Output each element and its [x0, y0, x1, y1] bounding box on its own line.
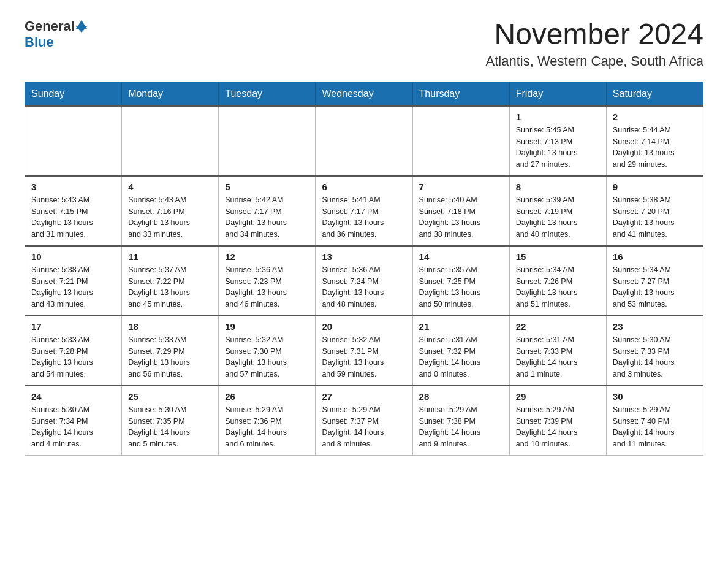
table-row: [25, 106, 122, 176]
day-number: 25: [128, 391, 212, 402]
table-row: 13Sunrise: 5:36 AM Sunset: 7:24 PM Dayli…: [316, 246, 412, 316]
logo-general-text: General: [25, 18, 75, 34]
day-number: 23: [613, 321, 697, 332]
page-header: General Blue November 2024 Atlantis, Wes…: [25, 18, 703, 69]
day-number: 13: [322, 251, 406, 262]
day-number: 29: [516, 391, 600, 402]
day-info: Sunrise: 5:40 AM Sunset: 7:18 PM Dayligh…: [419, 194, 503, 240]
table-row: 21Sunrise: 5:31 AM Sunset: 7:32 PM Dayli…: [412, 316, 509, 386]
header-wednesday: Wednesday: [316, 82, 412, 106]
day-number: 1: [516, 112, 600, 122]
day-number: 28: [419, 391, 503, 402]
week-row-1: 1Sunrise: 5:45 AM Sunset: 7:13 PM Daylig…: [25, 106, 703, 176]
table-row: 1Sunrise: 5:45 AM Sunset: 7:13 PM Daylig…: [509, 106, 606, 176]
day-info: Sunrise: 5:34 AM Sunset: 7:27 PM Dayligh…: [613, 264, 697, 310]
day-number: 27: [322, 391, 406, 402]
day-info: Sunrise: 5:38 AM Sunset: 7:21 PM Dayligh…: [31, 264, 115, 310]
day-info: Sunrise: 5:41 AM Sunset: 7:17 PM Dayligh…: [322, 194, 406, 240]
table-row: 4Sunrise: 5:43 AM Sunset: 7:16 PM Daylig…: [122, 176, 219, 246]
logo: General Blue: [25, 18, 87, 50]
day-number: 2: [613, 112, 697, 122]
table-row: 16Sunrise: 5:34 AM Sunset: 7:27 PM Dayli…: [606, 246, 703, 316]
day-info: Sunrise: 5:30 AM Sunset: 7:33 PM Dayligh…: [613, 334, 697, 380]
day-number: 3: [31, 182, 115, 192]
header-friday: Friday: [509, 82, 606, 106]
day-info: Sunrise: 5:38 AM Sunset: 7:20 PM Dayligh…: [613, 194, 697, 240]
table-row: 27Sunrise: 5:29 AM Sunset: 7:37 PM Dayli…: [316, 386, 412, 456]
day-number: 22: [516, 321, 600, 332]
day-number: 19: [225, 321, 309, 332]
table-row: 29Sunrise: 5:29 AM Sunset: 7:39 PM Dayli…: [509, 386, 606, 456]
header-tuesday: Tuesday: [219, 82, 316, 106]
day-info: Sunrise: 5:45 AM Sunset: 7:13 PM Dayligh…: [516, 124, 600, 170]
table-row: 20Sunrise: 5:32 AM Sunset: 7:31 PM Dayli…: [316, 316, 412, 386]
day-number: 6: [322, 182, 406, 192]
table-row: 2Sunrise: 5:44 AM Sunset: 7:14 PM Daylig…: [606, 106, 703, 176]
table-row: 26Sunrise: 5:29 AM Sunset: 7:36 PM Dayli…: [219, 386, 316, 456]
day-number: 8: [516, 182, 600, 192]
table-row: 12Sunrise: 5:36 AM Sunset: 7:23 PM Dayli…: [219, 246, 316, 316]
day-info: Sunrise: 5:31 AM Sunset: 7:32 PM Dayligh…: [419, 334, 503, 380]
table-row: 8Sunrise: 5:39 AM Sunset: 7:19 PM Daylig…: [509, 176, 606, 246]
day-info: Sunrise: 5:32 AM Sunset: 7:31 PM Dayligh…: [322, 334, 406, 380]
table-row: 15Sunrise: 5:34 AM Sunset: 7:26 PM Dayli…: [509, 246, 606, 316]
day-number: 15: [516, 251, 600, 262]
month-year-title: November 2024: [486, 18, 703, 51]
day-info: Sunrise: 5:43 AM Sunset: 7:16 PM Dayligh…: [128, 194, 212, 240]
day-info: Sunrise: 5:30 AM Sunset: 7:34 PM Dayligh…: [31, 404, 115, 450]
title-block: November 2024 Atlantis, Western Cape, So…: [486, 18, 703, 69]
day-info: Sunrise: 5:43 AM Sunset: 7:15 PM Dayligh…: [31, 194, 115, 240]
table-row: 10Sunrise: 5:38 AM Sunset: 7:21 PM Dayli…: [25, 246, 122, 316]
day-info: Sunrise: 5:33 AM Sunset: 7:29 PM Dayligh…: [128, 334, 212, 380]
day-info: Sunrise: 5:29 AM Sunset: 7:39 PM Dayligh…: [516, 404, 600, 450]
table-row: 23Sunrise: 5:30 AM Sunset: 7:33 PM Dayli…: [606, 316, 703, 386]
table-row: 30Sunrise: 5:29 AM Sunset: 7:40 PM Dayli…: [606, 386, 703, 456]
day-number: 4: [128, 182, 212, 192]
day-info: Sunrise: 5:29 AM Sunset: 7:37 PM Dayligh…: [322, 404, 406, 450]
table-row: 3Sunrise: 5:43 AM Sunset: 7:15 PM Daylig…: [25, 176, 122, 246]
day-info: Sunrise: 5:34 AM Sunset: 7:26 PM Dayligh…: [516, 264, 600, 310]
header-saturday: Saturday: [606, 82, 703, 106]
day-info: Sunrise: 5:29 AM Sunset: 7:38 PM Dayligh…: [419, 404, 503, 450]
logo-blue-text: Blue: [25, 34, 54, 50]
table-row: 28Sunrise: 5:29 AM Sunset: 7:38 PM Dayli…: [412, 386, 509, 456]
day-info: Sunrise: 5:33 AM Sunset: 7:28 PM Dayligh…: [31, 334, 115, 380]
day-number: 24: [31, 391, 115, 402]
table-row: 11Sunrise: 5:37 AM Sunset: 7:22 PM Dayli…: [122, 246, 219, 316]
table-row: [122, 106, 219, 176]
day-number: 9: [613, 182, 697, 192]
day-number: 5: [225, 182, 309, 192]
header-sunday: Sunday: [25, 82, 122, 106]
calendar-table: Sunday Monday Tuesday Wednesday Thursday…: [25, 82, 703, 456]
location-subtitle: Atlantis, Western Cape, South Africa: [486, 53, 703, 69]
day-info: Sunrise: 5:37 AM Sunset: 7:22 PM Dayligh…: [128, 264, 212, 310]
table-row: [316, 106, 412, 176]
table-row: 25Sunrise: 5:30 AM Sunset: 7:35 PM Dayli…: [122, 386, 219, 456]
week-row-2: 3Sunrise: 5:43 AM Sunset: 7:15 PM Daylig…: [25, 176, 703, 246]
table-row: 6Sunrise: 5:41 AM Sunset: 7:17 PM Daylig…: [316, 176, 412, 246]
week-row-4: 17Sunrise: 5:33 AM Sunset: 7:28 PM Dayli…: [25, 316, 703, 386]
day-number: 10: [31, 251, 115, 262]
day-number: 30: [613, 391, 697, 402]
week-row-3: 10Sunrise: 5:38 AM Sunset: 7:21 PM Dayli…: [25, 246, 703, 316]
day-number: 12: [225, 251, 309, 262]
weekday-header-row: Sunday Monday Tuesday Wednesday Thursday…: [25, 82, 703, 106]
day-number: 17: [31, 321, 115, 332]
day-number: 26: [225, 391, 309, 402]
day-number: 20: [322, 321, 406, 332]
day-number: 14: [419, 251, 503, 262]
table-row: 19Sunrise: 5:32 AM Sunset: 7:30 PM Dayli…: [219, 316, 316, 386]
day-info: Sunrise: 5:32 AM Sunset: 7:30 PM Dayligh…: [225, 334, 309, 380]
table-row: 9Sunrise: 5:38 AM Sunset: 7:20 PM Daylig…: [606, 176, 703, 246]
day-info: Sunrise: 5:35 AM Sunset: 7:25 PM Dayligh…: [419, 264, 503, 310]
day-info: Sunrise: 5:44 AM Sunset: 7:14 PM Dayligh…: [613, 124, 697, 170]
table-row: [219, 106, 316, 176]
header-monday: Monday: [122, 82, 219, 106]
table-row: 17Sunrise: 5:33 AM Sunset: 7:28 PM Dayli…: [25, 316, 122, 386]
day-info: Sunrise: 5:42 AM Sunset: 7:17 PM Dayligh…: [225, 194, 309, 240]
table-row: 18Sunrise: 5:33 AM Sunset: 7:29 PM Dayli…: [122, 316, 219, 386]
day-info: Sunrise: 5:29 AM Sunset: 7:36 PM Dayligh…: [225, 404, 309, 450]
table-row: 22Sunrise: 5:31 AM Sunset: 7:33 PM Dayli…: [509, 316, 606, 386]
day-info: Sunrise: 5:29 AM Sunset: 7:40 PM Dayligh…: [613, 404, 697, 450]
day-number: 18: [128, 321, 212, 332]
